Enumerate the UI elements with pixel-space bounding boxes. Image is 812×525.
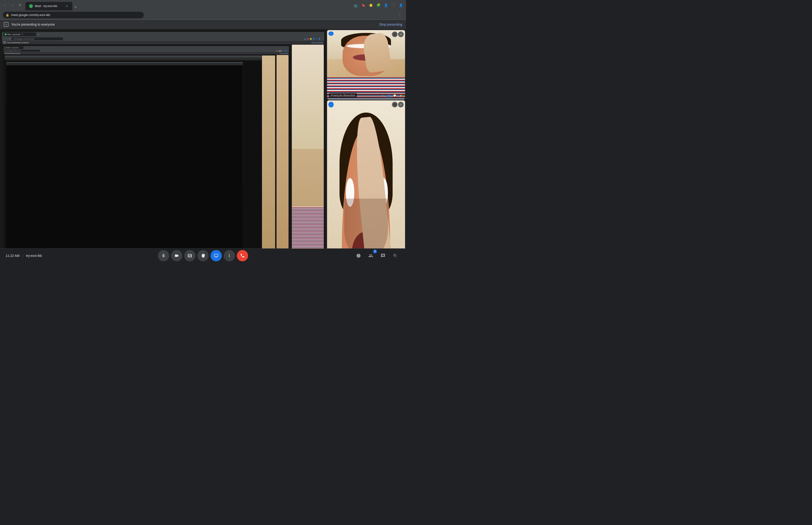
camera-button[interactable] xyxy=(171,250,182,261)
meeting-info-button[interactable] xyxy=(353,251,364,261)
fb2-expand-btn[interactable]: ⤢ xyxy=(398,102,404,107)
participants-panel: François Beaufort ··· ⬛ ⤢ ℹ 👥 💬 ⚡ xyxy=(326,29,406,262)
browser-nav-buttons: ← → ↻ xyxy=(2,2,24,9)
l2-address: meet.google.com/tnj-esni-ikb 📺 🔖 ⭐ 👤 ⬛ 👤 xyxy=(4,49,289,52)
fb1-chat-icon[interactable]: 💬 xyxy=(393,93,397,98)
l2-url-text: meet.google.com/tnj-esni-ikb xyxy=(6,50,21,51)
active-tab[interactable]: Meet - tnj-esni-ikb ✕ xyxy=(25,2,72,10)
browser-actions: ⋮ xyxy=(397,12,403,18)
account-icon[interactable]: 👤 xyxy=(398,2,404,9)
present-button[interactable] xyxy=(211,250,222,261)
l2-url: meet.google.com/tnj-esni-ikb xyxy=(5,50,40,52)
address-bar[interactable]: 🔒 meet.google.com/tnj-esni-ikb xyxy=(3,12,144,18)
l3-miniaddr xyxy=(6,64,243,65)
tab-favicon xyxy=(29,4,33,8)
l3-browser xyxy=(5,56,262,262)
l1-rv1: François Beaufort xyxy=(292,45,324,262)
screen-share-area: Meet - tnj-esni-ikb ✕ + ← → ↻ meet.googl… xyxy=(0,29,326,262)
fb2-right-controls: ⬛ ⤢ xyxy=(392,102,404,107)
menu-button[interactable]: ⋮ xyxy=(397,12,403,18)
l3-area xyxy=(4,55,276,262)
raise-hand-button[interactable] xyxy=(197,250,209,261)
mini-icon5: ⬛ xyxy=(315,38,318,40)
l2-icon6: 👤 xyxy=(285,50,287,52)
mini-banner-text: You're presenting to everyone xyxy=(7,42,29,44)
activities-button[interactable] xyxy=(390,251,400,261)
l2-favicon xyxy=(6,47,7,48)
l2-icon2: 🔖 xyxy=(277,50,279,52)
mini-browser-icons: 📺 🔖 ⭐ 👤 ⬛ 👤 ⋮ xyxy=(304,38,323,40)
mic-button[interactable] xyxy=(158,250,169,261)
fb2-more-btn[interactable]: ··· xyxy=(328,102,334,107)
stop-presenting-button[interactable]: Stop presenting xyxy=(379,22,402,26)
puzzle-icon[interactable]: 🧩 xyxy=(375,2,382,9)
fb1-more-btn[interactable]: ··· xyxy=(328,31,334,36)
mini-icon7: ⋮ xyxy=(321,38,323,40)
mini-tab-close: ✕ xyxy=(22,33,24,35)
address-bar-row: 🔒 meet.google.com/tnj-esni-ikb ⋮ xyxy=(0,10,406,20)
participant-tile-francois-1: François Beaufort ··· ⬛ ⤢ ℹ 👥 💬 ⚡ xyxy=(327,30,405,100)
profile-icon[interactable]: 👤 xyxy=(383,2,389,9)
tab-bar: Meet - tnj-esni-ikb ✕ + xyxy=(25,0,214,10)
split-view-icon[interactable]: ⬛ xyxy=(390,2,397,9)
mini-tab-title: Meet - tnj-esni-ikb xyxy=(7,34,20,35)
bookmark-icon[interactable]: 🔖 xyxy=(360,2,367,9)
l2-tabs: Meet - tnj-esni-ikb xyxy=(4,46,289,49)
l2-tab: Meet - tnj-esni-ikb xyxy=(5,46,24,49)
tab-close-button[interactable]: ✕ xyxy=(65,4,68,8)
bottom-left: 11:22 AM | tnj-esni-ikb xyxy=(6,254,42,258)
l3-rv1 xyxy=(262,56,275,262)
browser-chrome: ← → ↻ Meet - tnj-esni-ikb ✕ + 📺 🔖 ⭐ 🧩 👤 … xyxy=(0,0,406,10)
nested-level1: Meet - tnj-esni-ikb ✕ + ← → ↻ meet.googl… xyxy=(2,32,324,262)
mini-icon4: 👤 xyxy=(312,38,315,40)
bottom-bar: 11:22 AM | tnj-esni-ikb xyxy=(0,249,406,262)
participant-tile-francois-2: François Beaufort ··· ⬛ ⤢ xyxy=(327,100,405,262)
mini-banner: ⬆ You're presenting to everyone Stop pre… xyxy=(2,41,324,44)
fb1-overlay-controls: ··· ⬛ ⤢ xyxy=(328,31,404,37)
l3-rv1-face xyxy=(262,56,275,262)
l2-tab-title: Meet - tnj-esni-ikb xyxy=(7,47,18,48)
mini-banner-icon: ⬆ xyxy=(3,41,6,44)
l3-addr xyxy=(5,57,262,59)
captions-button[interactable] xyxy=(184,250,196,261)
cast-icon[interactable]: 📺 xyxy=(352,2,359,9)
refresh-button[interactable]: ↻ xyxy=(17,2,24,9)
fb1-info-icon[interactable]: ℹ xyxy=(380,93,385,98)
banner-text: You're presenting to everyone xyxy=(11,22,377,26)
mini-icon1: 📺 xyxy=(304,38,306,40)
mini-tabs-bar: Meet - tnj-esni-ikb ✕ + xyxy=(2,32,324,37)
chat-button[interactable] xyxy=(378,251,388,261)
l2-icons: 📺 🔖 ⭐ 👤 ⬛ 👤 ⋮ xyxy=(275,50,288,52)
l3-deepcontent xyxy=(6,65,243,262)
fb1-video-btn[interactable]: ⬛ xyxy=(392,31,398,37)
fb1-left-controls: ··· xyxy=(328,31,334,36)
fb1-people-icon[interactable]: 👥 xyxy=(386,93,391,98)
l2-icon: 📺 xyxy=(275,50,277,52)
fb1-expand-btn[interactable]: ⤢ xyxy=(398,31,404,37)
end-call-button[interactable] xyxy=(237,250,248,261)
l1-rv1-face xyxy=(292,45,324,262)
mini-stop-btn: Stop presenting xyxy=(311,42,323,44)
main-content: Meet - tnj-esni-ikb ✕ + ← → ↻ meet.googl… xyxy=(0,29,406,262)
present-icon: ⬆ xyxy=(4,22,9,27)
fb2-video-btn[interactable]: ⬛ xyxy=(392,102,398,107)
back-button[interactable]: ← xyxy=(2,2,9,9)
l2-icon7: ⋮ xyxy=(287,50,288,52)
bottom-right-controls: 3 xyxy=(353,251,400,261)
new-tab-button[interactable]: + xyxy=(72,4,79,10)
room-name: tnj-esni-ikb xyxy=(26,254,42,258)
people-button-wrapper: 3 xyxy=(366,251,376,261)
fb1-right-controls: ⬛ ⤢ xyxy=(392,31,404,37)
fb1-activities-icon[interactable]: ⚡ xyxy=(398,93,403,98)
lock-icon: 🔒 xyxy=(6,13,9,17)
mini-tab-item: Meet - tnj-esni-ikb ✕ xyxy=(3,32,36,36)
level2-screen: Meet - tnj-esni-ikb meet.google.com/tnj-… xyxy=(2,44,324,262)
mini-tab-favicon xyxy=(5,33,6,35)
people-badge: 3 xyxy=(373,250,377,253)
l2-main xyxy=(4,55,289,262)
star-icon[interactable]: ⭐ xyxy=(367,2,374,9)
l2-rv1 xyxy=(277,55,289,262)
more-options-button[interactable] xyxy=(224,250,235,261)
forward-button[interactable]: → xyxy=(10,2,16,9)
l2-icon4: 👤 xyxy=(281,50,282,52)
